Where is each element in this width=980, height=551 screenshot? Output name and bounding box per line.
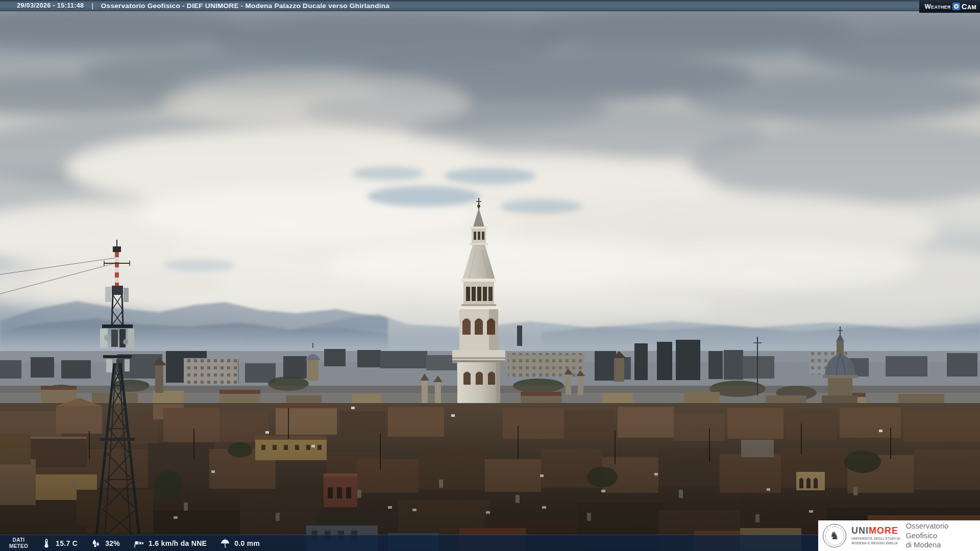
rain-reading: 0.0 mm	[220, 538, 260, 548]
unimore-wordmark: UNIMORE UNIVERSITÀ DEGLI STUDI DI MODENA…	[851, 526, 900, 546]
observatory-line2: di Modena	[906, 540, 980, 550]
webcam-page: { "header": { "timestamp": "29/03/2026 -…	[0, 0, 980, 551]
weather-data-label-line2: METEO	[9, 543, 28, 549]
unimore-seal-icon: ♞	[823, 524, 846, 547]
observatory-line1: Osservatorio Geofisico	[906, 521, 980, 541]
knight-glyph: ♞	[830, 530, 840, 541]
weathercam-logo: Weather Cam	[919, 0, 980, 13]
camera-lens-icon	[952, 3, 960, 10]
weather-data-label-line1: DATI	[9, 537, 28, 543]
weathercam-logo-cam: Cam	[962, 2, 976, 11]
rain-value: 0.0 mm	[234, 539, 260, 547]
wind-value: 1.6 km/h da NNE	[149, 539, 207, 547]
thermometer-icon	[41, 538, 52, 548]
unimore-more: MORE	[869, 525, 898, 536]
windsock-icon	[133, 538, 144, 548]
unimore-uni: UNI	[851, 525, 869, 536]
temperature-reading: 15.7 C	[41, 538, 78, 548]
university-line1: UNIVERSITÀ DEGLI STUDI DI	[851, 537, 900, 541]
temperature-value: 15.7 C	[56, 539, 78, 547]
weather-data-label: DATI METEO	[9, 537, 28, 548]
webcam-photo-scene	[0, 0, 980, 551]
separator: |	[91, 2, 93, 9]
university-line2: MODENA E REGGIO EMILIA	[851, 541, 900, 546]
observatory-name: Osservatorio Geofisico di Modena	[906, 521, 980, 550]
unimore-branding-card: ♞ UNIMORE UNIVERSITÀ DEGLI STUDI DI MODE…	[818, 520, 980, 551]
humidity-value: 32%	[105, 539, 120, 547]
top-status-bar: 29/03/2026 - 15:11:48 | Osservatorio Geo…	[0, 0, 980, 11]
weathercam-logo-weather: Weather	[924, 3, 950, 10]
page-title: Osservatorio Geofisico - DIEF UNIMORE - …	[101, 2, 389, 10]
humidity-reading: 32%	[91, 538, 120, 548]
umbrella-icon	[220, 538, 230, 548]
timestamp: 29/03/2026 - 15:11:48	[17, 2, 84, 9]
droplets-icon	[91, 538, 101, 548]
wind-reading: 1.6 km/h da NNE	[133, 538, 207, 548]
